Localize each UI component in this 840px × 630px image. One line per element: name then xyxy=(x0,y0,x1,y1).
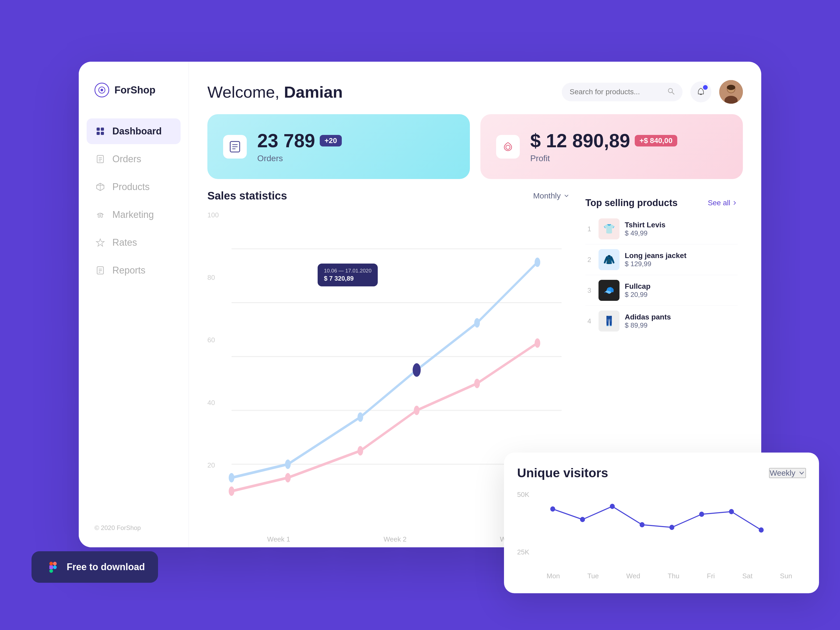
svg-rect-55 xyxy=(49,562,53,565)
sales-title: Sales statistics xyxy=(207,189,287,202)
svg-point-35 xyxy=(229,473,234,483)
product-info-4: Adidas pants $ 89,99 xyxy=(625,313,737,330)
welcome-name: Damian xyxy=(284,83,343,101)
sales-filter-dropdown[interactable]: Monthly xyxy=(533,191,570,200)
product-info-3: Fullcap $ 20,99 xyxy=(625,282,737,299)
svg-point-42 xyxy=(285,473,291,483)
svg-point-40 xyxy=(535,257,540,267)
svg-point-43 xyxy=(357,446,363,455)
product-item: 3 🧢 Fullcap $ 20,99 xyxy=(585,275,737,306)
profit-badge: +$ 840,00 xyxy=(635,135,677,147)
uv-chart: 50K 25K xyxy=(517,488,806,567)
sales-header: Sales statistics Monthly xyxy=(207,189,570,202)
svg-rect-3 xyxy=(101,128,104,131)
svg-rect-11 xyxy=(101,214,103,217)
svg-point-29 xyxy=(506,145,510,149)
svg-point-47 xyxy=(550,506,555,512)
orders-label: Orders xyxy=(257,153,342,163)
product-info-2: Long jeans jacket $ 129,99 xyxy=(625,251,737,268)
sidebar-label-marketing: Marketing xyxy=(112,209,154,220)
svg-point-53 xyxy=(729,509,734,514)
logo: ForShop xyxy=(79,83,188,97)
header-right xyxy=(562,80,743,104)
rates-icon xyxy=(95,237,106,248)
sidebar-label-dashboard: Dashboard xyxy=(112,126,162,137)
chart-y-labels: 100 80 60 40 20 xyxy=(207,208,219,532)
product-item: 2 🧥 Long jeans jacket $ 129,99 xyxy=(585,245,737,275)
product-img-1: 👕 xyxy=(598,218,619,239)
see-all-button[interactable]: See all xyxy=(708,199,737,207)
svg-point-49 xyxy=(610,504,615,509)
sidebar-label-products: Products xyxy=(112,182,150,193)
svg-point-1 xyxy=(101,89,103,92)
svg-rect-57 xyxy=(49,569,53,573)
profit-info: $ 12 890,89 +$ 840,00 Profit xyxy=(530,130,677,163)
sidebar: ForShop Dashboard xyxy=(79,62,189,547)
dashboard-icon xyxy=(95,126,106,136)
sidebar-label-rates: Rates xyxy=(112,237,137,248)
svg-point-51 xyxy=(669,525,674,530)
free-to-download-badge[interactable]: Free to download xyxy=(32,551,158,583)
svg-rect-10 xyxy=(98,215,100,217)
profit-label: Profit xyxy=(530,153,677,163)
sidebar-item-orders[interactable]: Orders xyxy=(87,146,181,172)
stats-row: 23 789 +20 Orders $ 12 890,89 +$ 8 xyxy=(207,114,743,179)
search-icon xyxy=(667,87,675,96)
search-bar xyxy=(562,83,682,101)
sidebar-item-reports[interactable]: Reports xyxy=(87,257,181,283)
sidebar-item-dashboard[interactable]: Dashboard xyxy=(87,118,181,144)
top-selling-title: Top selling products xyxy=(585,197,677,208)
svg-point-41 xyxy=(229,486,234,496)
uv-x-labels: Mon Tue Wed Thu Fri Sat Sun xyxy=(517,572,806,580)
orders-icon-box xyxy=(223,135,247,159)
svg-rect-4 xyxy=(96,132,100,135)
svg-rect-5 xyxy=(101,132,104,135)
svg-point-46 xyxy=(535,338,540,348)
svg-rect-56 xyxy=(49,565,53,569)
marketing-icon xyxy=(95,210,106,220)
svg-point-39 xyxy=(474,318,480,328)
orders-icon xyxy=(95,154,106,164)
svg-point-50 xyxy=(640,522,645,527)
product-img-4: 👖 xyxy=(598,311,619,332)
sidebar-label-reports: Reports xyxy=(112,265,145,276)
search-input[interactable] xyxy=(570,88,663,96)
svg-point-45 xyxy=(474,379,480,388)
uv-title: Unique visitors xyxy=(517,466,608,480)
svg-line-18 xyxy=(672,92,674,94)
uv-header: Unique visitors Weekly xyxy=(517,466,806,480)
reports-icon xyxy=(95,265,106,276)
free-badge-text: Free to download xyxy=(67,562,145,573)
svg-marker-12 xyxy=(96,239,104,246)
svg-point-44 xyxy=(414,406,420,415)
sidebar-nav: Dashboard Orders xyxy=(79,118,188,524)
welcome-prefix: Welcome, xyxy=(207,83,284,101)
products-icon xyxy=(95,182,106,192)
uv-chart-svg xyxy=(517,488,806,556)
svg-point-59 xyxy=(53,565,57,569)
product-img-3: 🧢 xyxy=(598,280,619,301)
logo-text: ForShop xyxy=(114,85,155,96)
orders-value: 23 789 +20 xyxy=(257,130,342,152)
sidebar-footer: © 2020 ForShop xyxy=(79,524,188,532)
profit-stat-card: $ 12 890,89 +$ 840,00 Profit xyxy=(480,114,743,179)
svg-point-38 xyxy=(413,363,421,377)
sidebar-item-products[interactable]: Products xyxy=(87,174,181,200)
top-selling-section: Top selling products See all 1 👕 Tshirt … xyxy=(580,189,743,344)
profit-value: $ 12 890,89 +$ 840,00 xyxy=(530,130,677,152)
avatar xyxy=(719,80,743,104)
uv-filter-dropdown[interactable]: Weekly xyxy=(769,468,806,478)
product-item: 1 👕 Tshirt Levis $ 49,99 xyxy=(585,214,737,245)
product-info-1: Tshirt Levis $ 49,99 xyxy=(625,221,737,237)
figma-icon xyxy=(45,559,60,575)
orders-stat-card: 23 789 +20 Orders xyxy=(207,114,470,179)
svg-rect-2 xyxy=(96,128,100,131)
svg-point-37 xyxy=(357,412,363,422)
top-selling-header: Top selling products See all xyxy=(585,197,737,208)
notification-button[interactable] xyxy=(690,81,711,103)
svg-point-24 xyxy=(727,85,735,90)
svg-point-36 xyxy=(285,459,291,469)
sidebar-item-marketing[interactable]: Marketing xyxy=(87,202,181,227)
svg-point-52 xyxy=(699,512,704,517)
sidebar-item-rates[interactable]: Rates xyxy=(87,230,181,256)
